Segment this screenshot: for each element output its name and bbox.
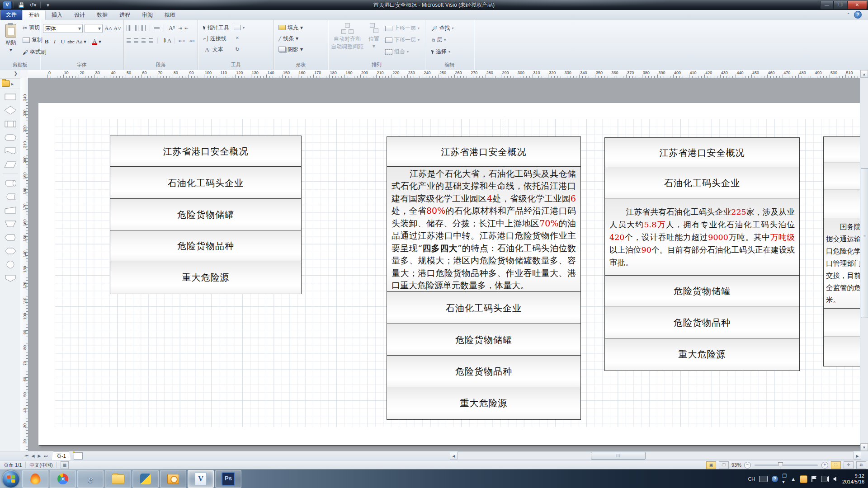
more-shapes-button[interactable]: ▸ [0,79,20,89]
tab-insert[interactable]: 插入 [46,10,68,20]
shrink-font-icon[interactable]: A˅ [113,25,121,32]
italic-button[interactable]: I [51,38,58,45]
taskbar-chrome[interactable] [50,470,76,488]
flow-box[interactable] [823,189,860,219]
maximize-button[interactable]: ❐ [834,1,847,9]
bullets-icon[interactable] [154,26,160,30]
stencil-shape-inverted-trapezoid[interactable] [4,217,17,230]
text-direction-3-icon[interactable] [141,25,146,31]
send-backward-button[interactable]: 下移一层▾ [383,35,421,45]
bold-button[interactable]: B [43,38,50,45]
flow-box[interactable]: 石油化工码头企业 [604,167,800,199]
zoom-slider-thumb[interactable] [778,462,783,469]
minimize-ribbon-icon[interactable]: ⌃ [847,12,850,17]
action-center-flag-icon[interactable] [811,476,817,482]
page-indicator[interactable]: 页面 1/1 [4,462,22,469]
select-button[interactable]: 选择▾ [430,47,474,56]
group-label-clipboard[interactable]: 剪贴板 [0,61,40,68]
horizontal-scroll-track[interactable] [458,451,854,460]
stencil-shape-document[interactable] [4,144,17,158]
drawing-page[interactable]: 江苏省港口安全概况 石油化工码头企业 危险货物储罐 危险货物品种 重大危险源 江… [38,103,860,445]
flow-box-paragraph[interactable]: 江苏是个石化大省，石油化工码头及其仓储式石化产业的基础支撑和生命线，依托沿江港口… [387,166,581,293]
align-left-icon[interactable] [127,38,131,43]
auto-align-button[interactable]: 自动对齐和 自动调整间距 [330,22,364,61]
flow-box[interactable] [823,136,860,164]
font-color-dropdown[interactable]: ▾ [99,38,101,45]
stencil-shape-stored-data[interactable] [4,190,17,203]
help-icon[interactable]: ? [854,11,862,19]
taskbar-photoshop[interactable]: Ps [215,470,241,488]
tab-view[interactable]: 视图 [159,10,181,20]
justify-icon[interactable] [149,38,153,43]
fill-button[interactable]: 填充▾ [277,22,328,33]
scroll-down-button[interactable]: ▼ [860,443,868,451]
flow-box[interactable]: 危险货物品种 [387,355,581,388]
tab-file[interactable]: 文件 [0,9,22,20]
taskbar-browser-flame[interactable] [22,470,48,488]
scroll-right-button[interactable]: ▶ [854,452,861,460]
help-tray-icon[interactable]: ? [772,476,778,482]
paste-button[interactable]: 粘贴 ▾ [2,23,20,58]
case-dropdown[interactable]: ▾ [84,38,86,45]
normal-view-button[interactable]: ▣ [706,461,716,469]
indent-marker-icon[interactable]: ⇥ [178,26,182,31]
tab-home[interactable]: 开始 [22,10,46,20]
font-size-combo[interactable]: ▾ [85,24,103,33]
flow-box[interactable]: 重大危险源 [110,261,302,294]
notes-tray-icon[interactable] [800,475,807,483]
character-spacing-icon[interactable]: A⁵ [168,24,175,32]
pan-zoom-button[interactable]: ✛ [844,461,854,469]
tab-data[interactable]: 数据 [91,10,113,20]
stencil-shape-parallelogram[interactable] [4,158,17,171]
pointer-tool-button[interactable]: 指针工具 [202,23,231,33]
find-button[interactable]: 🔎查找▾ [430,23,474,33]
group-label-paragraph[interactable]: 段落 [124,61,198,68]
bring-forward-button[interactable]: 上移一层▾ [383,23,421,33]
shadow-button[interactable]: 阴影▾ [277,44,328,55]
stencil-shape-diamond[interactable] [4,103,17,117]
grow-font-icon[interactable]: A˄ [104,25,112,32]
horizontal-scroll-thumb[interactable] [591,452,646,460]
zoom-out-button[interactable]: − [744,462,751,469]
scroll-up-button[interactable]: ▲ [860,70,868,78]
stencil-shape-manual-input[interactable] [4,203,17,217]
minimize-button[interactable]: — [820,1,834,9]
prev-page-button[interactable]: ◀ [30,454,36,458]
flow-box[interactable]: 石油化工码头企业 [387,291,581,325]
flow-box[interactable]: 危险货物储罐 [387,324,581,357]
tab-review[interactable]: 审阅 [136,10,159,20]
position-button[interactable]: 位置 ▾ [364,22,383,61]
group-label-shape[interactable]: 形状 [274,61,328,68]
taskbar-outlook[interactable] [160,470,186,488]
volume-icon[interactable] [833,477,836,481]
scroll-left-button[interactable]: ◀ [450,452,458,460]
horizontal-scrollbar[interactable]: ◀ ▶ [450,452,861,460]
close-button[interactable]: ✕ [847,1,867,9]
group-label-tools[interactable]: 工具 [198,61,274,68]
stencil-shape-cylinder[interactable] [4,176,17,190]
flow-box[interactable]: 石油化工码头企业 [110,166,302,200]
restore-layout-icon[interactable]: ❐▾ [782,473,787,485]
taskbar-python[interactable] [132,470,159,488]
flow-box[interactable]: 危险货物品种 [604,306,800,339]
full-screen-button[interactable]: 🖵 [719,461,729,469]
group-button[interactable]: 组合▾ [383,47,421,56]
zoom-slider[interactable] [755,465,818,466]
switch-windows-button[interactable]: ⧉ [856,461,866,469]
text-tool-button[interactable]: A文本 [202,45,231,54]
stencil-shape-predefined-process[interactable] [4,117,17,131]
group-label-arrange[interactable]: 排列 [328,61,425,68]
group-label-font[interactable]: 字体 [40,61,123,68]
flow-box[interactable] [823,308,860,338]
decrease-indent-icon[interactable]: ⇤≡ [179,38,185,43]
language-indicator[interactable]: 中文(中国) [29,462,52,469]
connection-point-button[interactable]: × [232,33,246,42]
expand-shapes-panel-button[interactable]: ❯ [0,70,20,79]
text-direction-2-icon[interactable] [134,25,138,31]
show-hidden-icons-button[interactable]: ▲ [791,476,796,482]
flow-box-paragraph[interactable]: 江苏省共有石油化工码头企业225家，涉及从业人员大约5.8万人，拥有专业化石油化… [604,198,800,277]
line-spacing-icon[interactable]: ⇕A [162,37,170,44]
line-button[interactable]: ╱线条▾ [277,33,328,44]
flow-box[interactable]: 危险货物储罐 [110,198,302,231]
drawing-canvas[interactable]: 江苏省港口安全概况 石油化工码头企业 危险货物储罐 危险货物品种 重大危险源 江… [28,78,860,451]
